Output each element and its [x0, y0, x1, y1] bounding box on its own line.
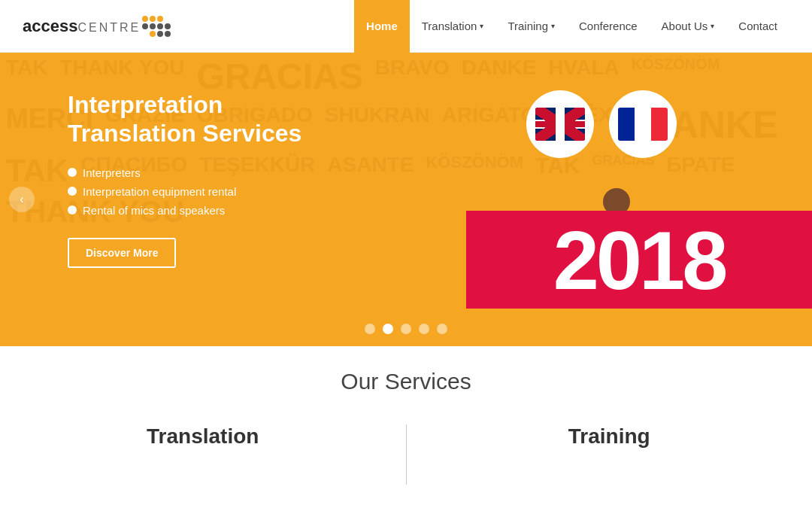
hero-list-item-text: Rental of mics and speakers [83, 204, 225, 217]
chevron-down-icon: ▾ [480, 22, 483, 30]
hero-list-item: Interpretation equipment rental [68, 185, 353, 198]
chevron-left-icon: ‹ [20, 193, 23, 206]
hero-list-item: Rental of mics and speakers [68, 204, 353, 217]
logo-dot [150, 16, 156, 22]
chevron-down-icon: ▾ [710, 22, 714, 30]
hero-dot-2[interactable] [383, 324, 393, 334]
logo-centre-text: CENTRE [77, 21, 141, 34]
flag-stripe-white [635, 108, 651, 141]
hero-dot-5[interactable] [437, 324, 447, 334]
nav-item-conference[interactable]: Conference [567, 0, 650, 53]
hero-dot-3[interactable] [401, 324, 411, 334]
logo-dots-grid [142, 16, 171, 37]
logo-dot [157, 23, 163, 29]
logo-dot [157, 31, 163, 37]
bullet-icon [68, 205, 77, 214]
logo-dot [142, 16, 148, 22]
year-text: 2018 [553, 212, 726, 308]
nav-item-about-us[interactable]: About Us ▾ [650, 0, 727, 53]
header: accessCENTRE Home Translation [0, 0, 812, 53]
nav-item-translation[interactable]: Translation ▾ [410, 0, 496, 53]
logo[interactable]: accessCENTRE [23, 16, 171, 37]
hero-list-item-text: Interpretation equipment rental [83, 185, 236, 198]
nav-item-contact[interactable]: Contact [726, 0, 789, 53]
bg-word: KÖSZÖNÖM [426, 153, 523, 189]
logo-access-text: access [23, 17, 77, 35]
bg-word: BRAVO [375, 56, 450, 97]
services-columns: Translation Training [0, 417, 812, 485]
logo-dot [165, 31, 171, 37]
hero-dot-1[interactable] [365, 324, 375, 334]
bg-word: TAK [6, 153, 68, 189]
logo-dot [150, 23, 156, 29]
hero-list: Interpreters Interpretation equipment re… [68, 166, 353, 217]
hero-content: Interpretation Translation Services Inte… [68, 90, 353, 268]
hero-dot-4[interactable] [419, 324, 429, 334]
nav-item-home[interactable]: Home [354, 0, 410, 53]
fr-flag-icon [618, 108, 668, 141]
services-col-translation: Translation [0, 417, 406, 456]
flag-cross-v [557, 108, 563, 141]
bullet-icon [68, 168, 77, 177]
flag-cross-h [535, 121, 585, 127]
logo-dot [165, 23, 171, 29]
services-col-training: Training [407, 417, 813, 456]
logo-dot [142, 31, 148, 37]
flag-stripe-blue [618, 108, 635, 141]
flag-stripe-red [651, 108, 668, 141]
hero-list-item: Interpreters [68, 166, 353, 179]
services-section: Our Services Translation Training [0, 346, 812, 500]
uk-flag-bubble [526, 90, 594, 158]
bg-word: TAK [6, 56, 47, 97]
discover-more-button[interactable]: Discover More [68, 238, 176, 268]
services-training-title: Training [437, 424, 783, 449]
hero-dots [365, 324, 447, 334]
logo-dot [165, 16, 171, 22]
services-title: Our Services [0, 369, 812, 394]
logo-dot [157, 16, 163, 22]
logo-dot [142, 23, 148, 29]
nav-item-training[interactable]: Training ▾ [495, 0, 567, 53]
bullet-icon [68, 187, 77, 196]
services-translation-title: Translation [30, 424, 376, 449]
logo-dot [150, 31, 156, 37]
hero-title: Interpretation Translation Services [68, 90, 353, 148]
fr-flag-bubble [609, 90, 677, 158]
hero-list-item-text: Interpreters [83, 166, 141, 179]
hero-section: TAK THANK YOU GRACIAS BRAVO DANKE HVALA … [0, 53, 812, 346]
main-nav: Home Translation ▾ Training ▾ Conference… [354, 0, 789, 53]
chevron-down-icon: ▾ [551, 22, 555, 30]
year-banner: 2018 [466, 211, 812, 309]
hero-prev-button[interactable]: ‹ [9, 187, 35, 212]
uk-flag-icon [535, 108, 585, 141]
